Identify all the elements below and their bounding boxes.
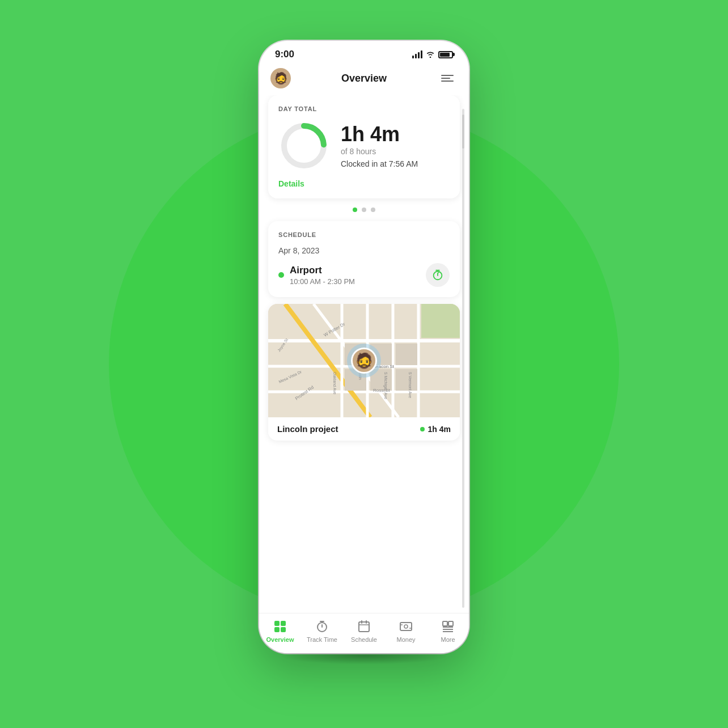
donut-chart (278, 120, 329, 171)
svg-rect-37 (281, 621, 286, 626)
schedule-item-info: Airport 10:00 AM - 2:30 PM (290, 265, 355, 286)
nav-item-money[interactable]: Money (385, 619, 427, 643)
clocked-in: Clocked in at 7:56 AM (341, 159, 418, 168)
page-dots (268, 205, 460, 214)
bottom-nav: Overview Track Time (259, 613, 469, 653)
schedule-item: Airport 10:00 AM - 2:30 PM (278, 263, 450, 287)
status-bar: 9:00 (259, 41, 469, 64)
battery-icon (438, 51, 453, 58)
svg-rect-9 (421, 304, 460, 338)
svg-text:S Michigan Ave: S Michigan Ave (383, 372, 388, 399)
day-total-label: DAY TOTAL (278, 105, 450, 112)
nav-label-schedule: Schedule (351, 636, 377, 643)
nav-label-money: Money (396, 636, 415, 643)
map-card: W Potter Dr Joyce St Oakland Ave S Linco… (268, 304, 460, 441)
project-time: 1h 4m (420, 425, 451, 434)
svg-rect-36 (274, 621, 280, 626)
svg-rect-52 (443, 621, 447, 626)
stopwatch-icon (431, 269, 444, 281)
menu-icon (441, 75, 454, 82)
day-total-card: DAY TOTAL 1h 4m of 8 hours Clocked in at… (268, 95, 460, 198)
menu-button[interactable] (437, 68, 458, 88)
scrollbar-thumb[interactable] (462, 115, 464, 149)
svg-rect-53 (448, 621, 453, 626)
status-icons (412, 50, 453, 58)
map-user-pin: 🧔 (347, 344, 381, 378)
project-name: Lincoln project (277, 424, 338, 434)
total-time: 1h 4m (341, 123, 418, 146)
signal-icon (412, 50, 422, 58)
schedule-card: SCHEDULE Apr 8, 2023 Airport 10:00 AM - … (268, 221, 460, 297)
schedule-item-left: Airport 10:00 AM - 2:30 PM (278, 265, 355, 286)
donut-svg (278, 120, 329, 171)
svg-line-4 (438, 272, 439, 274)
svg-text:S Vermont Ave: S Vermont Ave (408, 372, 412, 398)
dot-1 (353, 208, 357, 212)
nav-label-track-time: Track Time (307, 636, 337, 643)
svg-text:Oakland Ave: Oakland Ave (333, 372, 337, 395)
nav-item-more[interactable]: More (427, 619, 469, 643)
schedule-label: SCHEDULE (278, 231, 450, 238)
map-footer: Lincoln project 1h 4m (268, 417, 460, 441)
svg-rect-38 (274, 627, 280, 632)
overview-icon (273, 619, 287, 634)
svg-rect-24 (396, 369, 417, 391)
schedule-date: Apr 8, 2023 (278, 246, 450, 255)
svg-point-49 (404, 625, 408, 628)
day-total-content: 1h 4m of 8 hours Clocked in at 7:56 AM (278, 120, 450, 171)
map-avatar: 🧔 (351, 348, 377, 374)
timer-button[interactable] (426, 263, 450, 287)
active-dot (278, 272, 284, 278)
track-time-icon (315, 619, 329, 634)
dot-3 (371, 208, 375, 212)
nav-item-schedule[interactable]: Schedule (343, 619, 385, 643)
more-icon (441, 619, 455, 634)
money-icon (399, 619, 413, 634)
schedule-icon (357, 619, 371, 634)
dot-2 (362, 208, 366, 212)
nav-item-overview[interactable]: Overview (259, 619, 301, 643)
nav-item-track-time[interactable]: Track Time (301, 619, 343, 643)
svg-rect-21 (396, 344, 417, 365)
status-time: 9:00 (275, 49, 294, 60)
scrollbar[interactable] (462, 109, 464, 608)
of-hours: of 8 hours (341, 147, 418, 156)
header-title: Overview (341, 73, 387, 84)
details-link[interactable]: Details (278, 179, 450, 188)
phone-wrapper: 9:00 🧔 Overview (253, 41, 475, 687)
phone-frame: 9:00 🧔 Overview (259, 41, 469, 653)
app-header: 🧔 Overview (259, 64, 469, 95)
svg-rect-48 (400, 623, 412, 630)
schedule-item-name: Airport (290, 265, 355, 276)
time-info: 1h 4m of 8 hours Clocked in at 7:56 AM (341, 123, 418, 168)
avatar[interactable]: 🧔 (270, 68, 291, 88)
scroll-content: DAY TOTAL 1h 4m of 8 hours Clocked in at… (259, 95, 469, 613)
svg-text:Rossi St: Rossi St (373, 388, 391, 393)
svg-rect-44 (359, 622, 369, 632)
project-dot (420, 427, 425, 431)
nav-label-more: More (441, 636, 455, 643)
nav-label-overview: Overview (266, 636, 294, 643)
schedule-item-time: 10:00 AM - 2:30 PM (290, 277, 355, 286)
project-time-value: 1h 4m (428, 425, 451, 434)
svg-rect-39 (281, 627, 286, 632)
wifi-icon (426, 51, 435, 58)
map-area: W Potter Dr Joyce St Oakland Ave S Linco… (268, 304, 460, 417)
